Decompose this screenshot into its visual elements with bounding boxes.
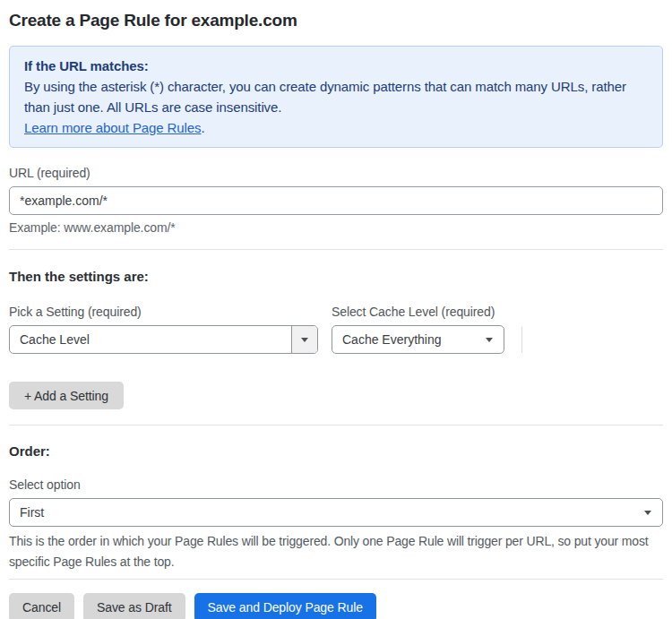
setting-picker-select[interactable]: Cache Level — [9, 325, 318, 354]
info-box-heading: If the URL matches: — [24, 56, 648, 76]
page-title: Create a Page Rule for example.com — [9, 11, 663, 30]
cache-level-select[interactable]: Cache Everything — [332, 325, 504, 354]
caret-down-icon — [291, 326, 317, 353]
add-setting-button[interactable]: + Add a Setting — [9, 382, 124, 409]
save-deploy-button[interactable]: Save and Deploy Page Rule — [194, 593, 376, 619]
divider — [521, 327, 522, 353]
url-match-info-box: If the URL matches: By using the asteris… — [9, 46, 663, 148]
caret-down-icon — [486, 338, 493, 342]
order-select[interactable]: First — [9, 498, 663, 527]
caret-down-icon — [644, 511, 651, 515]
settings-section-heading: Then the settings are: — [9, 269, 663, 285]
url-example-text: Example: www.example.com/* — [9, 220, 663, 235]
url-input[interactable] — [9, 186, 663, 215]
action-buttons-row: Cancel Save as Draft Save and Deploy Pag… — [9, 593, 663, 619]
setting-picker-value: Cache Level — [10, 332, 291, 347]
divider — [9, 249, 663, 250]
setting-picker-label: Pick a Setting (required) — [9, 305, 318, 319]
cache-level-picker-label: Select Cache Level (required) — [332, 305, 504, 319]
order-select-label: Select option — [9, 477, 663, 492]
create-page-rule-panel: Create a Page Rule for example.com If th… — [0, 0, 672, 619]
setting-picker-column: Pick a Setting (required) Cache Level — [9, 305, 318, 354]
save-draft-button[interactable]: Save as Draft — [83, 593, 185, 619]
cache-level-value: Cache Everything — [332, 332, 486, 347]
link-suffix: . — [201, 120, 204, 135]
info-box-body: By using the asterisk (*) character, you… — [24, 76, 648, 117]
cancel-button[interactable]: Cancel — [9, 593, 74, 619]
order-help-text: This is the order in which your Page Rul… — [9, 531, 663, 572]
cache-level-picker-column: Select Cache Level (required) Cache Ever… — [332, 305, 504, 354]
divider — [9, 579, 663, 580]
settings-pickers-row: Pick a Setting (required) Cache Level Se… — [9, 305, 663, 354]
order-select-value: First — [10, 505, 644, 520]
order-section-heading: Order: — [9, 443, 663, 460]
info-box-link-line: Learn more about Page Rules. — [24, 117, 648, 138]
url-field-label: URL (required) — [9, 166, 663, 180]
learn-more-link[interactable]: Learn more about Page Rules — [24, 120, 201, 135]
divider — [9, 425, 663, 426]
